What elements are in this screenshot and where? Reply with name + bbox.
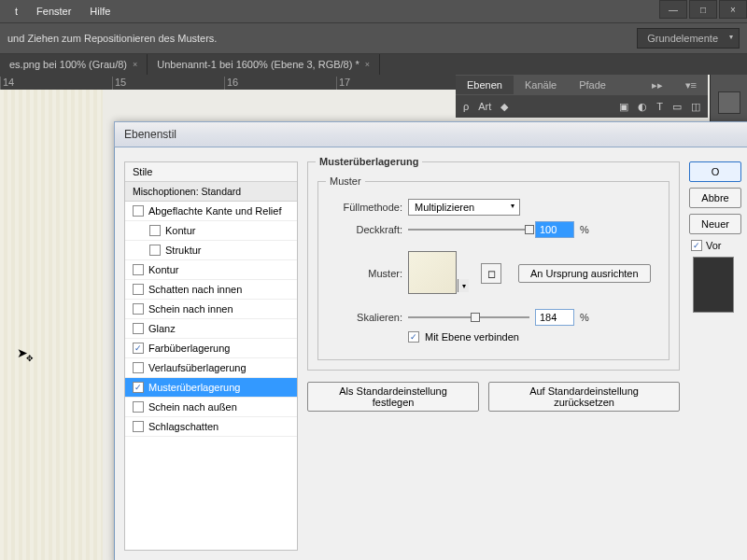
tab-channels[interactable]: Kanäle	[514, 76, 568, 94]
horizontal-ruler: 14 15 16 17	[0, 75, 458, 90]
new-preset-icon[interactable]: ◻	[481, 263, 501, 284]
style-label: Schein nach innen	[148, 303, 233, 315]
menubar: t Fenster Hilfe — □ ×	[0, 0, 747, 22]
workspace-selector[interactable]: Grundelemente	[637, 28, 740, 49]
panel-menu-icon[interactable]: ▸▸	[641, 76, 674, 95]
style-item[interactable]: Schein nach innen	[125, 300, 297, 319]
filter-shape-icon[interactable]: ▭	[672, 101, 682, 113]
style-checkbox[interactable]	[133, 284, 144, 295]
style-checkbox[interactable]	[149, 225, 161, 236]
new-style-button[interactable]: Neuer	[689, 214, 741, 234]
style-item[interactable]: Kontur	[125, 260, 297, 280]
filter-image-icon[interactable]: ▣	[619, 101, 628, 113]
style-label: Abgeflachte Kante und Relief	[148, 205, 282, 217]
style-item[interactable]: Verlaufsüberlagerung	[125, 358, 297, 378]
tab-paths[interactable]: Pfade	[568, 76, 617, 94]
style-checkbox[interactable]	[133, 362, 144, 373]
dialog-title: Ebenenstil	[114, 121, 747, 147]
styles-list: Stile Mischoptionen: Standard Abgeflacht…	[124, 161, 298, 551]
chevron-down-icon[interactable]: ▾	[458, 279, 469, 292]
style-item[interactable]: Kontur	[125, 221, 297, 241]
cancel-button[interactable]: Abbre	[689, 188, 741, 208]
preview-checkbox[interactable]	[691, 240, 702, 251]
snap-origin-button[interactable]: An Ursprung ausrichten	[518, 264, 651, 283]
document-tab[interactable]: es.png bei 100% (Grau/8) ×	[0, 54, 148, 75]
style-checkbox[interactable]	[149, 245, 161, 256]
close-icon[interactable]: ×	[365, 60, 370, 69]
menu-window[interactable]: Fenster	[29, 2, 78, 21]
style-settings: Musterüberlagerung Muster Füllmethode: M…	[307, 161, 680, 551]
document-tab[interactable]: Unbenannt-1 bei 1600% (Ebene 3, RGB/8) *…	[148, 54, 380, 75]
style-item[interactable]: Schatten nach innen	[125, 280, 297, 300]
link-layer-label: Mit Ebene verbinden	[425, 331, 519, 343]
style-checkbox[interactable]	[133, 401, 144, 413]
panel-collapse-icon[interactable]: ▾≡	[674, 76, 708, 95]
style-item[interactable]: Struktur	[125, 241, 297, 260]
style-label: Farbüberlagerung	[148, 343, 230, 354]
minimize-button[interactable]: —	[659, 0, 687, 19]
style-checkbox[interactable]	[133, 264, 144, 275]
style-label: Glanz	[148, 323, 176, 334]
opacity-input[interactable]: 100	[535, 221, 574, 238]
filter-adjust-icon[interactable]: ◐	[638, 101, 647, 113]
blending-options[interactable]: Mischoptionen: Standard	[125, 182, 297, 202]
make-default-button[interactable]: Als Standardeinstellung festlegen	[307, 382, 479, 412]
layers-toolbar: ρ Art ◆ ▣ ◐ T ▭ ◫	[456, 95, 708, 118]
menu-truncated[interactable]: t	[7, 2, 25, 21]
close-button[interactable]: ×	[719, 0, 747, 19]
close-icon[interactable]: ×	[133, 60, 137, 69]
scale-slider[interactable]	[408, 316, 529, 318]
maximize-button[interactable]: □	[689, 0, 717, 19]
canvas[interactable]	[0, 90, 103, 560]
blend-label: Füllmethode:	[328, 202, 402, 213]
preview-label: Vor	[706, 240, 722, 251]
style-label: Kontur	[165, 225, 195, 236]
style-label: Struktur	[165, 245, 202, 256]
style-label: Schatten nach innen	[148, 284, 242, 295]
style-item[interactable]: Farbüberlagerung	[125, 339, 297, 358]
panel-tabs: Ebenen Kanäle Pfade ▸▸ ▾≡	[456, 75, 708, 95]
style-item[interactable]: Schlagschatten	[125, 417, 297, 437]
layer-style-dialog: Ebenenstil Stile Mischoptionen: Standard…	[114, 121, 747, 560]
style-checkbox[interactable]	[133, 382, 144, 393]
tab-layers[interactable]: Ebenen	[456, 76, 514, 94]
style-label: Verlaufsüberlagerung	[148, 362, 247, 373]
pattern-swatch[interactable]	[408, 251, 457, 294]
opacity-slider[interactable]	[408, 229, 529, 231]
style-label: Schlagschatten	[148, 421, 218, 432]
inner-title: Muster	[326, 175, 365, 187]
document-tabs: es.png bei 100% (Grau/8) × Unbenannt-1 b…	[0, 54, 747, 75]
dialog-actions: O Abbre Neuer Vor	[689, 161, 741, 551]
percent-label: %	[580, 312, 589, 323]
style-checkbox[interactable]	[133, 421, 144, 432]
menu-help[interactable]: Hilfe	[82, 2, 118, 21]
reset-default-button[interactable]: Auf Standardeinstellung zurücksetzen	[488, 382, 680, 412]
opacity-label: Deckkraft:	[328, 224, 402, 235]
style-item[interactable]: Schein nach außen	[125, 398, 297, 417]
styles-header[interactable]: Stile	[125, 162, 297, 182]
tool-hint: und Ziehen zum Repositionieren des Muste…	[7, 33, 217, 44]
style-checkbox[interactable]	[133, 205, 144, 217]
style-checkbox[interactable]	[133, 323, 144, 334]
style-label: Kontur	[148, 264, 178, 275]
style-checkbox[interactable]	[133, 303, 144, 315]
style-item[interactable]: Glanz	[125, 319, 297, 339]
filter-smart-icon[interactable]: ◫	[691, 101, 700, 113]
style-checkbox[interactable]	[133, 343, 144, 354]
percent-label: %	[580, 224, 589, 235]
style-label: Schein nach außen	[148, 401, 237, 413]
ok-button[interactable]: O	[689, 161, 741, 182]
blend-mode-select[interactable]: Multiplizieren	[408, 199, 520, 216]
pattern-label: Muster:	[328, 268, 402, 279]
filter-type-icon[interactable]: T	[656, 101, 663, 112]
preview-swatch	[693, 257, 734, 313]
style-item[interactable]: Abgeflachte Kante und Relief	[125, 202, 297, 221]
scale-label: Skalieren:	[328, 312, 402, 323]
link-layer-checkbox[interactable]	[408, 331, 419, 343]
layer-filter[interactable]: Art	[478, 101, 491, 112]
options-bar: und Ziehen zum Repositionieren des Muste…	[0, 22, 747, 54]
scale-input[interactable]: 184	[535, 309, 574, 326]
layers-icon[interactable]	[718, 91, 740, 114]
group-title: Musterüberlagerung	[316, 156, 422, 167]
style-item[interactable]: Musterüberlagerung	[125, 378, 297, 398]
